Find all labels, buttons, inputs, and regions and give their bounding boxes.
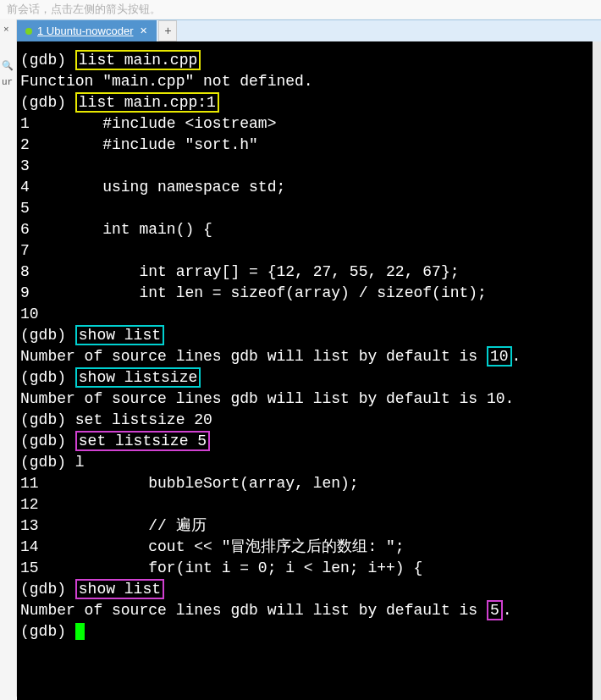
- tab-bar: 1 Ubuntu-nowcoder ✕ +: [17, 19, 601, 41]
- terminal-line: (gdb) show listsize: [20, 367, 589, 389]
- terminal-text: Function "main.cpp" not defined.: [20, 73, 313, 90]
- terminal-line: Number of source lines gdb will list by …: [20, 600, 589, 621]
- terminal-text: Number of source lines gdb will list by …: [20, 390, 514, 407]
- terminal-line: Function "main.cpp" not defined.: [20, 71, 589, 92]
- terminal-line: (gdb) show list: [20, 325, 589, 346]
- highlight-box: list main.cpp: [75, 50, 201, 70]
- search-icon[interactable]: 🔍: [2, 60, 14, 71]
- terminal-text: (gdb): [20, 52, 75, 69]
- vertical-scrollbar[interactable]: [593, 41, 601, 700]
- terminal-text: 8 int array[] = {12, 27, 55, 22, 67};: [20, 263, 459, 280]
- tab-close-icon[interactable]: ✕: [138, 26, 148, 36]
- terminal-line: (gdb): [20, 621, 589, 642]
- close-icon[interactable]: ×: [3, 25, 9, 35]
- sidebar-label: ur: [2, 77, 13, 87]
- terminal-text: Number of source lines gdb will list by …: [20, 602, 487, 619]
- highlight-box: set listsize 5: [75, 431, 210, 451]
- terminal-text: 9 int len = sizeof(array) / sizeof(int);: [20, 284, 487, 301]
- terminal-line: 3: [20, 156, 589, 177]
- terminal-text: 14 cout << "冒泡排序之后的数组: ";: [20, 538, 405, 555]
- terminal-line: (gdb) show list: [20, 579, 589, 600]
- highlight-box: 5: [487, 600, 503, 620]
- top-hint-text: 前会话，点击左侧的箭头按钮。: [0, 0, 601, 19]
- terminal-text: .: [512, 348, 521, 365]
- terminal-text: (gdb): [20, 433, 75, 449]
- terminal-line: (gdb) set listsize 20: [20, 410, 589, 431]
- terminal-line: 5: [20, 198, 589, 219]
- highlight-box: 10: [487, 346, 512, 367]
- highlight-box: list main.cpp:1: [75, 92, 219, 113]
- terminal-line: 14 cout << "冒泡排序之后的数组: ";: [20, 537, 589, 558]
- terminal-text: 13 // 遍历: [20, 517, 207, 534]
- terminal-line: 1 #include <iostream>: [20, 113, 589, 135]
- terminal-line: 8 int array[] = {12, 27, 55, 22, 67};: [20, 262, 589, 283]
- terminal-line: 11 bubbleSort(array, len);: [20, 473, 589, 494]
- terminal-line: (gdb) set listsize 5: [20, 431, 589, 452]
- highlight-box: show list: [75, 325, 164, 345]
- terminal-text: 6 int main() {: [20, 221, 212, 238]
- terminal-line: 9 int len = sizeof(array) / sizeof(int);: [20, 283, 589, 304]
- terminal-text: 3: [20, 157, 30, 174]
- terminal-text: 7: [20, 242, 30, 259]
- cursor: [75, 623, 85, 640]
- terminal-line: 6 int main() {: [20, 219, 589, 240]
- terminal-text: 11 bubbleSort(array, len);: [20, 475, 359, 492]
- terminal-text: 10: [20, 306, 39, 322]
- terminal-text: 12: [20, 496, 39, 513]
- terminal-line: 10: [20, 304, 589, 325]
- terminal-line: (gdb) list main.cpp: [20, 50, 589, 71]
- terminal-text: (gdb): [20, 623, 75, 640]
- terminal-text: (gdb): [20, 581, 75, 598]
- terminal-line: 4 using namespace std;: [20, 177, 589, 198]
- terminal-text: .: [503, 602, 512, 619]
- tab-ubuntu-nowcoder[interactable]: 1 Ubuntu-nowcoder ✕: [17, 20, 157, 41]
- terminal-text: 1 #include <iostream>: [20, 115, 276, 132]
- terminal-text: (gdb): [20, 94, 75, 111]
- terminal-line: 7: [20, 240, 589, 262]
- terminal-line: Number of source lines gdb will list by …: [20, 389, 589, 410]
- terminal-text: 15 for(int i = 0; i < len; i++) {: [20, 559, 422, 576]
- status-dot-icon: [25, 28, 32, 35]
- terminal-text: Number of source lines gdb will list by …: [20, 348, 487, 365]
- terminal-line: 15 for(int i = 0; i < len; i++) {: [20, 558, 589, 579]
- terminal-line: 2 #include "sort.h": [20, 135, 589, 156]
- highlight-box: show listsize: [75, 367, 201, 388]
- terminal-text: (gdb): [20, 327, 75, 344]
- left-sidebar: × 🔍 ur: [0, 19, 17, 697]
- terminal-text: (gdb) set listsize 20: [20, 411, 212, 428]
- terminal-text: (gdb) l: [20, 454, 85, 471]
- terminal-text: 2 #include "sort.h": [20, 136, 258, 153]
- terminal-text: (gdb): [20, 369, 75, 386]
- terminal-line: (gdb) list main.cpp:1: [20, 92, 589, 113]
- tab-title: 1 Ubuntu-nowcoder: [37, 25, 133, 37]
- terminal-line: 13 // 遍历: [20, 515, 589, 537]
- highlight-box: show list: [75, 579, 164, 599]
- terminal-text: 4 using namespace std;: [20, 179, 285, 196]
- terminal-line: (gdb) l: [20, 452, 589, 473]
- terminal-output[interactable]: (gdb) list main.cppFunction "main.cpp" n…: [17, 41, 593, 700]
- new-tab-button[interactable]: +: [158, 20, 177, 41]
- terminal-line: 12: [20, 494, 589, 515]
- terminal-line: Number of source lines gdb will list by …: [20, 346, 589, 367]
- terminal-text: 5: [20, 200, 30, 217]
